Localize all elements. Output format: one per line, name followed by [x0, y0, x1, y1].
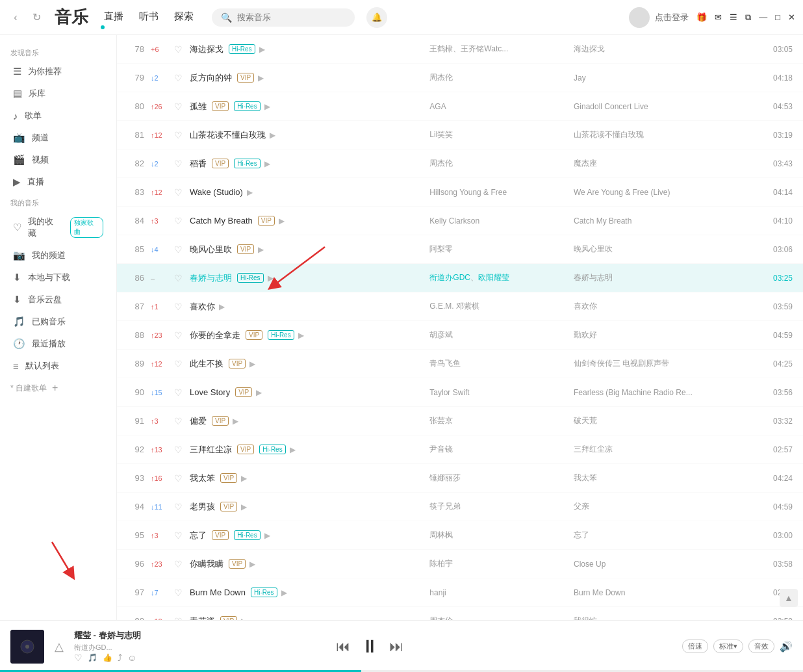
song-title[interactable]: 此生不换VIP ▶	[190, 358, 429, 370]
play-circle-icon[interactable]: ▶	[264, 159, 270, 168]
play-circle-icon[interactable]: ▶	[233, 417, 238, 426]
heart-button[interactable]: ♡	[174, 130, 190, 140]
heart-button[interactable]: ♡	[174, 416, 190, 426]
user-area[interactable]: 点击登录	[629, 7, 689, 28]
play-circle-icon[interactable]: ▶	[281, 588, 287, 597]
search-box[interactable]: 🔍	[212, 8, 355, 27]
song-title[interactable]: 山茶花读不懂白玫瑰 ▶	[190, 129, 429, 141]
play-circle-icon[interactable]: ▶	[219, 302, 225, 311]
play-circle-icon[interactable]: ▶	[249, 560, 255, 569]
heart-button[interactable]: ♡	[174, 359, 190, 369]
sidebar-item-my-channel[interactable]: 📷 我的频道	[3, 244, 114, 266]
sidebar-item-playlist[interactable]: ♪ 歌单	[3, 105, 114, 127]
song-title[interactable]: 偏爱VIP ▶	[190, 415, 429, 427]
song-title[interactable]: 反方向的钟VIP ▶	[190, 72, 429, 84]
table-row[interactable]: 83 ↑12 ♡ Wake (Studio) ▶ Hillsong Young …	[117, 178, 803, 207]
song-title[interactable]: Wake (Studio) ▶	[190, 187, 429, 197]
table-row[interactable]: 93 ↑16 ♡ 我太笨VIP ▶ 锤娜丽莎 我太笨 04:24	[117, 464, 803, 493]
effects-button[interactable]: 音效	[748, 640, 774, 653]
close-button[interactable]: ✕	[788, 12, 795, 22]
table-row[interactable]: 96 ↑23 ♡ 你瞒我瞒VIP ▶ 陈柏宇 Close Up 03:58	[117, 550, 803, 578]
artist-link[interactable]: 衔道办GDC	[429, 273, 470, 282]
heart-button[interactable]: ♡	[174, 330, 190, 341]
sidebar-item-recent[interactable]: 🕐 最近播放	[3, 333, 114, 355]
heart-button[interactable]: ♡	[174, 73, 190, 83]
search-input[interactable]	[237, 12, 341, 22]
table-row[interactable]: 98 ↑10 ♡ 青花瓷VIP ▶ 周杰伦 我很忙 03:59	[117, 607, 803, 620]
prev-button[interactable]: ⏮	[336, 638, 350, 655]
song-title[interactable]: 春娇与志明Hi-Res ▶	[190, 272, 429, 284]
sidebar-item-video[interactable]: 🎬 视频	[3, 149, 114, 171]
table-row[interactable]: 85 ↓4 ♡ 晚风心里吹VIP ▶ 阿梨零 晚风心里吹 03:06	[117, 235, 803, 264]
table-row[interactable]: 92 ↑13 ♡ 三拜红尘凉VIPHi-Res ▶ 尹音镜 三拜红尘凉 02:5…	[117, 435, 803, 464]
play-circle-icon[interactable]: ▶	[247, 188, 253, 197]
heart-button[interactable]: ♡	[174, 101, 190, 112]
player-thumbup-icon[interactable]: 👍	[103, 653, 112, 662]
heart-button[interactable]: ♡	[174, 559, 190, 569]
table-row[interactable]: 81 ↑12 ♡ 山茶花读不懂白玫瑰 ▶ Lil笑笑 山茶花读不懂白玫瑰 03:…	[117, 121, 803, 149]
play-circle-icon[interactable]: ▶	[270, 131, 275, 140]
play-circle-icon[interactable]: ▶	[256, 388, 262, 397]
heart-button[interactable]: ♡	[174, 473, 190, 484]
sidebar-item-cloud[interactable]: ⬇ 音乐云盘	[3, 289, 114, 311]
heart-button[interactable]: ♡	[174, 502, 190, 512]
play-circle-icon[interactable]: ▶	[264, 531, 270, 540]
song-title[interactable]: 稻香VIPHi-Res ▶	[190, 158, 429, 170]
create-playlist-button[interactable]: +	[52, 382, 58, 394]
song-title[interactable]: 喜欢你 ▶	[190, 301, 429, 313]
table-row[interactable]: 82 ↓2 ♡ 稻香VIPHi-Res ▶ 周杰伦 魔杰座 03:43	[117, 149, 803, 178]
sidebar-item-channel[interactable]: 📺 频道	[3, 127, 114, 149]
play-circle-icon[interactable]: ▶	[241, 502, 247, 511]
heart-button[interactable]: ♡	[174, 44, 190, 55]
play-circle-icon[interactable]: ▶	[264, 102, 270, 111]
speed-button[interactable]: 倍速	[682, 640, 708, 653]
table-row[interactable]: 87 ↑1 ♡ 喜欢你 ▶ G.E.M. 邓紫棋 喜欢你 03:59	[117, 292, 803, 321]
login-text[interactable]: 点击登录	[655, 12, 689, 23]
heart-button[interactable]: ♡	[174, 302, 190, 312]
player-music-icon[interactable]: 🎵	[88, 653, 97, 662]
sidebar-item-local-download[interactable]: ⬇ 本地与下载	[3, 266, 114, 289]
song-title[interactable]: 忘了VIPHi-Res ▶	[190, 530, 429, 541]
play-circle-icon[interactable]: ▶	[241, 474, 247, 483]
tab-explore[interactable]: 探索	[174, 10, 194, 24]
table-row[interactable]: 79 ↓2 ♡ 反方向的钟VIP ▶ 周杰伦 Jay 04:18	[117, 64, 803, 92]
pip-icon[interactable]: ⧉	[745, 12, 751, 23]
song-title[interactable]: 孤雏VIPHi-Res ▶	[190, 101, 429, 112]
table-row[interactable]: 78 +6 ♡ 海边探戈Hi-Res ▶ 王鹤棣、王齐铭Watc... 海边探戈…	[117, 35, 803, 64]
heart-button[interactable]: ♡	[174, 387, 190, 398]
tab-audiobook[interactable]: 听书	[139, 10, 159, 24]
song-title[interactable]: 你瞒我瞒VIP ▶	[190, 558, 429, 570]
player-smile-icon[interactable]: ☺	[127, 653, 136, 663]
song-title[interactable]: 老男孩VIP ▶	[190, 501, 429, 513]
song-title[interactable]: 你要的全拿走VIPHi-Res ▶	[190, 330, 429, 341]
heart-button[interactable]: ♡	[174, 187, 190, 198]
sidebar-item-purchased[interactable]: 🎵 已购音乐	[3, 311, 114, 333]
song-title[interactable]: 我太笨VIP ▶	[190, 472, 429, 484]
tab-live[interactable]: 直播	[104, 10, 123, 24]
quality-button[interactable]: 标准▾	[713, 640, 743, 653]
sidebar-item-default-list[interactable]: ≡ 默认列表	[3, 355, 114, 377]
play-circle-icon[interactable]: ▶	[298, 331, 304, 340]
maximize-button[interactable]: □	[775, 12, 780, 22]
refresh-button[interactable]: ↻	[29, 10, 44, 25]
volume-icon[interactable]: 🔊	[780, 640, 793, 653]
sidebar-item-live[interactable]: ▶ 直播	[3, 171, 114, 193]
song-title[interactable]: 青花瓷VIP ▶	[190, 615, 429, 621]
table-row[interactable]: 90 ↓15 ♡ Love StoryVIP ▶ Taylor Swift Fe…	[117, 378, 803, 407]
song-title[interactable]: 晚风心里吹VIP ▶	[190, 244, 429, 255]
song-title[interactable]: Love StoryVIP ▶	[190, 387, 429, 397]
gift-icon[interactable]: 🎁	[696, 12, 707, 22]
expand-icon[interactable]: △	[55, 640, 64, 654]
heart-button[interactable]: ♡	[174, 216, 190, 226]
table-row[interactable]: 89 ↑12 ♡ 此生不换VIP ▶ 青鸟飞鱼 仙剑奇侠传三 电视剧原声带 04…	[117, 350, 803, 378]
song-title[interactable]: 三拜红尘凉VIPHi-Res ▶	[190, 444, 429, 456]
heart-button[interactable]: ♡	[174, 588, 190, 598]
table-row[interactable]: 84 ↑3 ♡ Catch My BreathVIP ▶ Kelly Clark…	[117, 207, 803, 235]
play-circle-icon[interactable]: ▶	[259, 45, 265, 54]
sidebar-item-recommend[interactable]: ☰ 为你推荐	[3, 60, 114, 83]
heart-button[interactable]: ♡	[174, 445, 190, 455]
heart-button[interactable]: ♡	[174, 273, 190, 283]
table-row[interactable]: 80 ↑26 ♡ 孤雏VIPHi-Res ▶ AGA Ginadoll Conc…	[117, 92, 803, 121]
table-row[interactable]: 95 ↑3 ♡ 忘了VIPHi-Res ▶ 周林枫 忘了 03:00	[117, 521, 803, 550]
table-row[interactable]: 97 ↓7 ♡ Burn Me DownHi-Res ▶ hanji Burn …	[117, 578, 803, 607]
